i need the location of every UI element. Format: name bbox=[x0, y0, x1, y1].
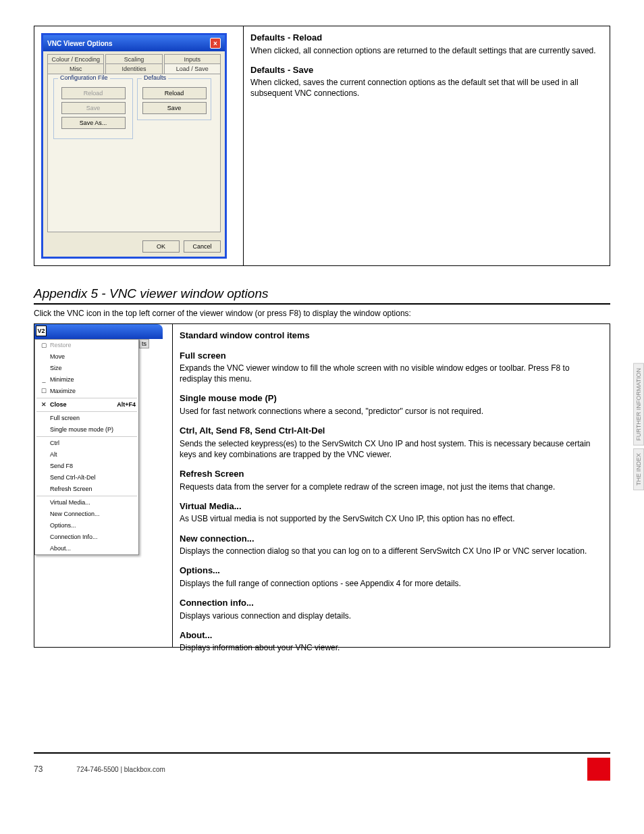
group-defaults-label: Defaults bbox=[142, 74, 168, 81]
close-icon[interactable]: × bbox=[210, 38, 221, 49]
desc-ctrl-text: Sends the selected keypress(es) to the S… bbox=[180, 438, 603, 460]
desc-vm-heading: Virtual Media... bbox=[180, 500, 603, 513]
desc-about-text: Displays information about your VNC view… bbox=[180, 642, 603, 653]
tab-area: Colour / Encoding Scaling Inputs Misc Id… bbox=[43, 51, 225, 74]
maximize-icon: ☐ bbox=[38, 387, 50, 396]
page-number: 73 bbox=[34, 764, 43, 774]
ok-button[interactable]: OK bbox=[142, 240, 180, 253]
defaults-reload-heading: Defaults - Reload bbox=[250, 32, 603, 44]
defaults-save-text: When clicked, saves the current connecti… bbox=[250, 77, 603, 99]
sysmenu-cell: V2 ts ▢Restore Move Size _Minimize ☐Maxi… bbox=[34, 324, 173, 647]
menu-maximize[interactable]: ☐Maximize bbox=[35, 386, 138, 397]
minimize-icon: _ bbox=[38, 375, 50, 384]
config-save-button: Save bbox=[61, 102, 126, 114]
bottom-row: V2 ts ▢Restore Move Size _Minimize ☐Maxi… bbox=[34, 323, 610, 648]
group-config-file: Configuration File Reload Save Save As..… bbox=[53, 78, 133, 139]
defaults-save-button[interactable]: Save bbox=[142, 102, 207, 114]
top-row: VNC Viewer Options × Colour / Encoding S… bbox=[34, 26, 610, 266]
side-nav: FURTHER INFORMATION THE INDEX bbox=[633, 363, 644, 490]
menu-single-mouse[interactable]: Single mouse mode (P) bbox=[35, 424, 138, 436]
section-heading: Appendix 5 - VNC viewer window options bbox=[34, 286, 610, 305]
menu-connection-info[interactable]: Connection Info... bbox=[35, 531, 138, 543]
desc-std-heading: Standard window control items bbox=[180, 330, 603, 342]
menu-alt[interactable]: Alt bbox=[35, 449, 138, 461]
menu-restore: ▢Restore bbox=[35, 340, 138, 351]
menu-sendf8[interactable]: Send F8 bbox=[35, 461, 138, 472]
menu-ctrl[interactable]: Ctrl bbox=[35, 438, 138, 449]
desc-newconn-text: Displays the connection dialog so that y… bbox=[180, 546, 603, 556]
close-icon-menu: ✕ bbox=[38, 400, 50, 409]
tab-scaling[interactable]: Scaling bbox=[105, 54, 162, 64]
tab-load-save[interactable]: Load / Save bbox=[164, 63, 221, 74]
defaults-save-heading: Defaults - Save bbox=[250, 64, 603, 76]
system-menu: ▢Restore Move Size _Minimize ☐Maximize ✕… bbox=[34, 339, 139, 555]
menu-minimize[interactable]: _Minimize bbox=[35, 374, 138, 386]
brand-red-box bbox=[587, 758, 610, 781]
menu-sendcad[interactable]: Send Ctrl-Alt-Del bbox=[35, 472, 138, 484]
tab-body: Configuration File Reload Save Save As..… bbox=[47, 74, 221, 232]
desc-options-text: Displays the full range of connection op… bbox=[180, 578, 603, 589]
restore-icon: ▢ bbox=[38, 341, 50, 350]
toolbar-fragment: ts bbox=[139, 339, 149, 348]
cancel-button[interactable]: Cancel bbox=[184, 240, 221, 253]
desc-refresh-heading: Refresh Screen bbox=[180, 468, 603, 480]
tab-row-1: Colour / Encoding Scaling Inputs bbox=[47, 54, 221, 64]
menu-refresh[interactable]: Refresh Screen bbox=[35, 484, 138, 495]
defaults-reload-button[interactable]: Reload bbox=[142, 87, 207, 99]
dialog-titlebar[interactable]: VNC Viewer Options × bbox=[43, 35, 225, 51]
desc-fullscreen-heading: Full screen bbox=[180, 350, 603, 362]
desc-conninfo-text: Displays various connection and display … bbox=[180, 610, 603, 621]
menu-size[interactable]: Size bbox=[35, 363, 138, 374]
close-shortcut: Alt+F4 bbox=[117, 400, 136, 409]
menu-fullscreen[interactable]: Full screen bbox=[35, 413, 138, 424]
dialog-title: VNC Viewer Options bbox=[47, 40, 113, 47]
desc-options-heading: Options... bbox=[180, 565, 603, 577]
desc-refresh-text: Requests data from the server for a comp… bbox=[180, 481, 603, 492]
desc-conninfo-heading: Connection info... bbox=[180, 597, 603, 609]
vnc-titlebar[interactable]: V2 bbox=[34, 324, 163, 339]
desc-about-heading: About... bbox=[180, 629, 603, 642]
vnc-options-dialog: VNC Viewer Options × Colour / Encoding S… bbox=[41, 33, 227, 259]
menu-move[interactable]: Move bbox=[35, 351, 138, 363]
top-right-cell: Defaults - Reload When clicked, all conn… bbox=[244, 26, 610, 265]
desc-newconn-heading: New connection... bbox=[180, 533, 603, 545]
config-reload-button: Reload bbox=[61, 87, 126, 99]
side-tab-further-info[interactable]: FURTHER INFORMATION bbox=[633, 363, 644, 446]
tab-colour-encoding[interactable]: Colour / Encoding bbox=[47, 54, 104, 64]
group-config-label: Configuration File bbox=[58, 74, 110, 81]
description-column: Standard window control items Full scree… bbox=[173, 324, 610, 647]
config-saveas-button[interactable]: Save As... bbox=[61, 117, 126, 129]
desc-fullscreen-text: Expands the VNC viewer window to fill th… bbox=[180, 363, 603, 384]
tab-misc[interactable]: Misc bbox=[47, 63, 104, 74]
menu-close[interactable]: ✕CloseAlt+F4 bbox=[35, 399, 138, 411]
menu-virtual-media[interactable]: Virtual Media... bbox=[35, 497, 138, 509]
menu-about[interactable]: About... bbox=[35, 543, 138, 554]
defaults-reload-text: When clicked, all connection options are… bbox=[250, 45, 603, 56]
desc-ctrl-heading: Ctrl, Alt, Send F8, Send Ctrl-Alt-Del bbox=[180, 425, 603, 437]
page-footer: 73 724-746-5500 | blackbox.com bbox=[34, 754, 610, 781]
desc-vm-text: As USB virtual media is not supported by… bbox=[180, 513, 603, 524]
tab-inputs[interactable]: Inputs bbox=[164, 54, 221, 64]
vnc-app-icon[interactable]: V2 bbox=[36, 325, 47, 336]
dialog-cell: VNC Viewer Options × Colour / Encoding S… bbox=[34, 26, 244, 265]
tab-row-2: Misc Identities Load / Save bbox=[47, 63, 221, 74]
desc-singlemouse-heading: Single mouse mode (P) bbox=[180, 392, 603, 405]
menu-options[interactable]: Options... bbox=[35, 520, 138, 531]
footer-company: 724-746-5500 | blackbox.com bbox=[76, 766, 165, 773]
vnc-window: V2 ts ▢Restore Move Size _Minimize ☐Maxi… bbox=[34, 324, 172, 555]
side-tab-index[interactable]: THE INDEX bbox=[633, 448, 644, 490]
group-defaults: Defaults Reload Save bbox=[137, 78, 211, 120]
section-intro: Click the VNC icon in the top left corne… bbox=[34, 309, 610, 318]
menu-new-connection[interactable]: New Connection... bbox=[35, 509, 138, 520]
tab-identities[interactable]: Identities bbox=[105, 63, 162, 74]
dialog-button-row: OK Cancel bbox=[43, 236, 225, 257]
desc-singlemouse-text: Used for fast network connections where … bbox=[180, 406, 603, 417]
